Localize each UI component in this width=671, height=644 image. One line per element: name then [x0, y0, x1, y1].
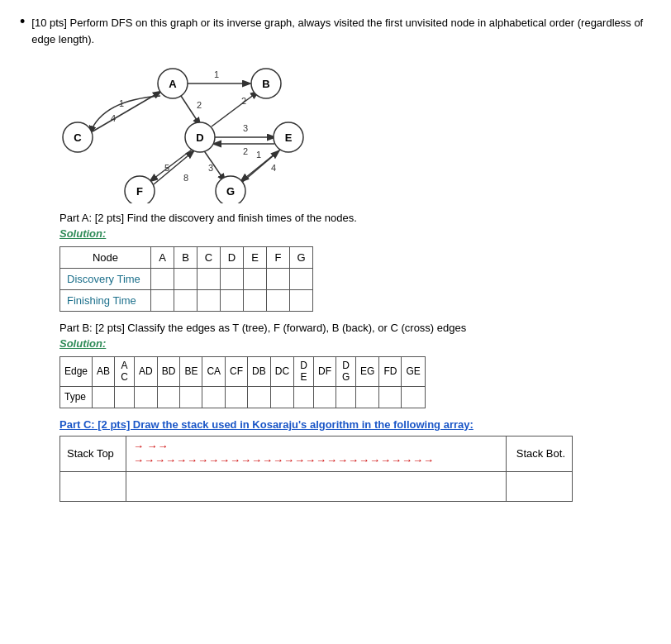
type-ac — [115, 386, 135, 408]
svg-text:4: 4 — [271, 163, 276, 173]
part-c-section: Part C: [2 pts] Draw the stack used in K… — [59, 418, 651, 502]
col-b: B — [174, 247, 197, 269]
disc-a — [151, 269, 174, 290]
bullet-text: [10 pts] Perform DFS on this graph or it… — [31, 15, 651, 47]
col-a: A — [151, 247, 174, 269]
fin-d — [221, 290, 244, 312]
edge-ca: CA — [202, 357, 226, 387]
edge-cf: CF — [226, 357, 248, 387]
svg-text:A: A — [169, 78, 177, 90]
type-de — [294, 386, 314, 408]
edge-ac: AC — [115, 357, 135, 387]
svg-text:1: 1 — [214, 69, 219, 79]
part-c-label: Part C: [2 pts] Draw the stack used in K… — [59, 418, 651, 431]
svg-text:E: E — [285, 131, 293, 144]
graph-diagram: 1 2 1 4 2 3 2 5 8 3 4 1 — [53, 59, 317, 203]
part-b-solution: Solution: — [59, 337, 651, 350]
edge-dc: DC — [270, 357, 293, 387]
fin-b — [174, 290, 197, 312]
edge-df: DF — [314, 357, 336, 387]
edge-dg: DG — [336, 357, 356, 387]
type-dc — [270, 386, 293, 408]
disc-f — [267, 269, 290, 290]
stack-top-label: Stack Top — [60, 436, 126, 471]
svg-text:2: 2 — [197, 100, 202, 110]
part-b-label: Part B: [2 pts] Classify the edges as T … — [59, 322, 651, 334]
graph-svg: 1 2 1 4 2 3 2 5 8 3 4 1 — [53, 59, 317, 203]
bullet-symbol: • — [20, 13, 25, 47]
part-a-table: Node A B C D E F G Discovery Time Finish… — [59, 246, 313, 312]
disc-d — [221, 269, 244, 290]
svg-text:D: D — [196, 131, 203, 144]
part-b-table: Edge AB AC AD BD BE CA CF DB DC DE DF DG… — [59, 356, 426, 408]
edge-be: BE — [180, 357, 202, 387]
discovery-time-label: Discovery Time — [60, 269, 151, 290]
fin-g — [290, 290, 313, 312]
stack-table: Stack Top → →→→→→→→→→→→→→→→→→→→→→→→→→→→→… — [59, 436, 573, 502]
disc-g — [290, 269, 313, 290]
stack-empty-1 — [60, 471, 126, 501]
part-a-label: Part A: [2 pts] Find the discovery and f… — [59, 212, 651, 224]
edge-ge: GE — [402, 357, 425, 387]
disc-e — [244, 269, 267, 290]
fin-c — [197, 290, 221, 312]
type-df — [314, 386, 336, 408]
part-a-section: Part A: [2 pts] Find the discovery and f… — [59, 212, 651, 312]
edge-de: DE — [294, 357, 314, 387]
svg-line-4 — [93, 92, 160, 131]
svg-line-7 — [212, 92, 258, 126]
type-bd — [157, 386, 180, 408]
type-label: Type — [60, 386, 93, 408]
svg-text:F: F — [136, 185, 143, 198]
finishing-time-label: Finishing Time — [60, 290, 151, 312]
col-f: F — [267, 247, 290, 269]
arrows-content: → →→→→→→→→→→→→→→→→→→→→→→→→→→→→→→ — [133, 440, 499, 468]
edge-ad: AD — [135, 357, 158, 387]
svg-text:8: 8 — [183, 173, 188, 183]
col-e: E — [244, 247, 267, 269]
svg-text:G: G — [226, 185, 235, 198]
col-d: D — [221, 247, 244, 269]
fin-f — [267, 290, 290, 312]
disc-c — [197, 269, 221, 290]
svg-text:B: B — [262, 78, 269, 90]
node-header: Node — [60, 247, 151, 269]
fin-e — [244, 290, 267, 312]
edge-bd: BD — [157, 357, 180, 387]
disc-b — [174, 269, 197, 290]
type-fd — [379, 386, 402, 408]
type-db — [248, 386, 271, 408]
edge-fd: FD — [379, 357, 402, 387]
svg-text:2: 2 — [243, 146, 248, 156]
part-b-section: Part B: [2 pts] Classify the edges as T … — [59, 322, 651, 408]
col-c: C — [197, 247, 221, 269]
type-ad — [135, 386, 158, 408]
svg-text:3: 3 — [243, 123, 248, 133]
type-ab — [93, 386, 115, 408]
type-dg — [336, 386, 356, 408]
svg-text:1: 1 — [256, 150, 261, 160]
bullet-section: • [10 pts] Perform DFS on this graph or … — [20, 15, 651, 47]
part-a-solution: Solution: — [59, 227, 651, 240]
edge-header: Edge — [60, 357, 93, 387]
stack-bot-label: Stack Bot. — [507, 436, 573, 471]
svg-line-17 — [203, 150, 225, 181]
svg-text:C: C — [74, 131, 82, 144]
edge-db: DB — [248, 357, 271, 387]
col-g: G — [290, 247, 313, 269]
stack-empty-3 — [507, 471, 573, 501]
svg-text:2: 2 — [241, 96, 246, 106]
stack-arrows-cell: → →→→→→→→→→→→→→→→→→→→→→→→→→→→→→→ — [126, 436, 507, 471]
edge-eg: EG — [356, 357, 379, 387]
type-eg — [356, 386, 379, 408]
stack-empty-2 — [126, 471, 507, 501]
type-ge — [402, 386, 425, 408]
svg-text:4: 4 — [111, 113, 116, 123]
edge-ab: AB — [93, 357, 115, 387]
type-be — [180, 386, 202, 408]
type-ca — [202, 386, 226, 408]
svg-text:3: 3 — [208, 163, 213, 173]
type-cf — [226, 386, 248, 408]
fin-a — [151, 290, 174, 312]
